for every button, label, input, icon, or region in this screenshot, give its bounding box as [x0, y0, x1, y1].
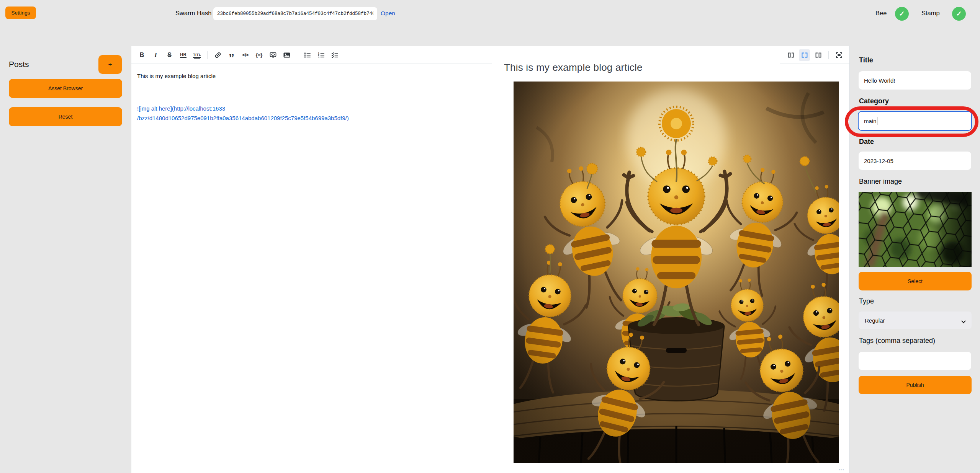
category-label: Category [859, 97, 889, 105]
image-icon[interactable] [281, 49, 292, 61]
asset-browser-button[interactable]: Asset Browser [9, 79, 122, 98]
title-heading-icon[interactable]: TITL [191, 49, 203, 61]
date-input[interactable] [859, 152, 971, 170]
type-select[interactable]: Regular [859, 312, 972, 329]
preview-image [514, 82, 839, 463]
svg-text:3: 3 [318, 56, 319, 59]
date-label: Date [859, 138, 874, 146]
settings-button[interactable]: Settings [5, 7, 36, 19]
stamp-status-label: Stamp [921, 10, 940, 17]
split-view-icon[interactable] [799, 49, 810, 61]
strikethrough-icon[interactable]: S [164, 49, 175, 61]
link-icon[interactable] [212, 49, 223, 61]
bee-check-icon: ✓ [895, 7, 909, 21]
title-input[interactable] [859, 71, 971, 90]
checklist-icon[interactable] [329, 49, 340, 61]
image-markdown-link: ![img alt here](http://localhost:1633 /b… [137, 104, 382, 123]
tags-input[interactable] [859, 352, 971, 370]
quote-icon[interactable]: ” [226, 49, 237, 61]
add-post-button[interactable]: + [98, 55, 122, 74]
horizontal-rule-icon[interactable]: HR [178, 49, 189, 61]
select-banner-button[interactable]: Select [859, 272, 972, 290]
open-link[interactable]: Open [381, 10, 395, 17]
publish-button[interactable]: Publish [859, 376, 972, 394]
title-label: Title [859, 56, 873, 64]
toolbar-separator [297, 51, 297, 59]
preview-view-icon[interactable] [813, 49, 824, 61]
preview-heading: This is my example blog article [504, 64, 849, 73]
preview-pane: This is my example blog article [492, 64, 849, 473]
italic-icon[interactable]: I [150, 49, 161, 61]
code-block-icon[interactable]: {=} [254, 49, 265, 61]
editor-line: This is my example blog article [137, 72, 486, 80]
fullscreen-icon[interactable] [833, 49, 844, 61]
category-value: main [864, 118, 877, 124]
bee-status-label: Bee [875, 10, 887, 17]
editor-toolbar: B I S HR TITL ” </> {=} [131, 46, 492, 64]
comment-icon[interactable] [267, 49, 278, 61]
banner-image-label: Banner image [859, 178, 902, 186]
posts-heading: Posts [9, 60, 29, 69]
ordered-list-icon[interactable]: 1 2 3 [316, 49, 327, 61]
type-label: Type [859, 297, 874, 305]
swarm-hash-input[interactable] [213, 7, 377, 20]
swarm-hash-label: Swarm Hash [175, 10, 211, 17]
markdown-editor[interactable]: This is my example blog article ![img al… [131, 64, 492, 473]
blog-editor-app: Settings Swarm Hash Open Bee ✓ Stamp ✓ P… [0, 0, 980, 473]
resize-handle[interactable]: ... [839, 466, 844, 471]
editor-container: B I S HR TITL ” </> {=} [131, 46, 850, 473]
bold-icon[interactable]: B [136, 49, 147, 61]
banner-image-thumbnail[interactable] [859, 192, 972, 267]
unordered-list-icon[interactable] [302, 49, 313, 61]
text-caret [877, 117, 878, 125]
editor-view-icon[interactable] [785, 49, 796, 61]
reset-button[interactable]: Reset [9, 107, 122, 126]
stamp-check-icon: ✓ [952, 7, 966, 21]
code-icon[interactable]: </> [240, 49, 251, 61]
toolbar-separator [828, 51, 829, 59]
view-toggle-group [780, 46, 849, 64]
toolbar-separator [207, 51, 208, 59]
category-input[interactable]: main [858, 111, 972, 131]
tags-label: Tags (comma separated) [859, 337, 935, 345]
